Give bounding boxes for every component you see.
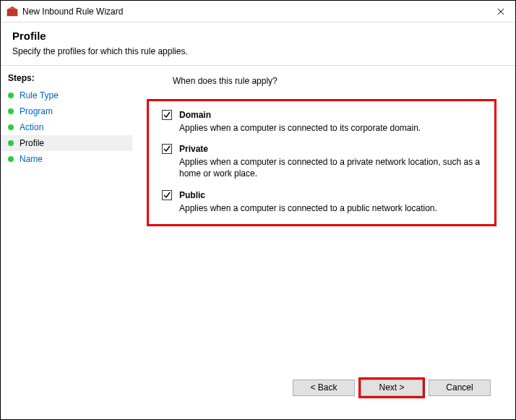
option-domain-desc: Applies when a computer is connected to …: [179, 122, 481, 134]
step-program[interactable]: Program: [1, 103, 132, 119]
option-private: Private Applies when a computer is conne…: [162, 144, 481, 179]
steps-sidebar: Steps: Rule Type Program Action Profile …: [1, 66, 132, 419]
close-button[interactable]: [486, 1, 515, 22]
body: Steps: Rule Type Program Action Profile …: [1, 65, 515, 419]
header: Profile Specify the profiles for which t…: [1, 22, 515, 65]
step-profile[interactable]: Profile: [1, 135, 132, 151]
next-button[interactable]: Next >: [361, 380, 423, 396]
cancel-button[interactable]: Cancel: [429, 380, 491, 396]
step-label: Program: [20, 106, 53, 116]
content-panel: When does this rule apply? Domain Applie…: [132, 66, 515, 419]
question-text: When does this rule apply?: [173, 76, 501, 86]
steps-heading: Steps:: [1, 72, 132, 87]
window-title: New Inbound Rule Wizard: [22, 7, 486, 17]
app-icon: [7, 6, 18, 17]
back-button[interactable]: < Back: [293, 380, 355, 396]
page-title: Profile: [12, 30, 504, 42]
option-domain: Domain Applies when a computer is connec…: [162, 110, 481, 134]
step-rule-type[interactable]: Rule Type: [1, 87, 132, 103]
option-public-label: Public: [179, 190, 205, 200]
step-action[interactable]: Action: [1, 119, 132, 135]
checkbox-public[interactable]: [162, 190, 172, 200]
footer-buttons: < Back Next > Cancel: [147, 373, 501, 409]
page-subtitle: Specify the profiles for which this rule…: [12, 46, 504, 56]
step-label: Action: [20, 122, 43, 132]
bullet-icon: [8, 93, 14, 98]
option-private-label: Private: [179, 144, 208, 154]
bullet-icon: [8, 124, 14, 130]
bullet-icon: [8, 156, 14, 162]
option-private-desc: Applies when a computer is connected to …: [179, 156, 481, 179]
titlebar: New Inbound Rule Wizard: [1, 1, 515, 22]
option-public: Public Applies when a computer is connec…: [162, 190, 481, 214]
option-public-desc: Applies when a computer is connected to …: [179, 202, 481, 214]
bullet-icon: [8, 108, 14, 114]
step-label: Rule Type: [20, 90, 59, 100]
step-label: Profile: [20, 138, 44, 148]
profiles-group: Domain Applies when a computer is connec…: [147, 99, 496, 226]
step-name[interactable]: Name: [1, 151, 132, 167]
option-domain-label: Domain: [179, 110, 211, 120]
checkbox-domain[interactable]: [162, 110, 172, 120]
wizard-window: New Inbound Rule Wizard Profile Specify …: [0, 0, 516, 420]
checkbox-private[interactable]: [162, 144, 172, 154]
step-label: Name: [20, 154, 43, 164]
svg-rect-0: [7, 9, 17, 16]
bullet-icon: [8, 140, 14, 146]
